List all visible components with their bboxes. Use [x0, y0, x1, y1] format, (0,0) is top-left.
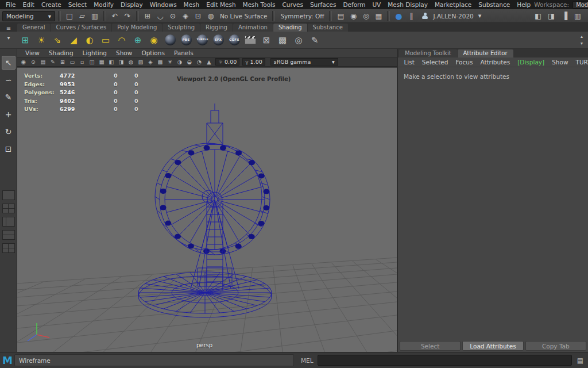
attribute-editor-menu-item[interactable]: [Display]	[514, 59, 548, 66]
ipr-render-icon[interactable]: ◎	[360, 10, 372, 22]
turtle-material-icon[interactable]: TURTLE	[195, 33, 209, 47]
shelf-caret-icon[interactable]: ▾	[4, 33, 13, 41]
viewport-menu-item[interactable]: Shading	[44, 49, 78, 57]
layout-single-pane-button[interactable]	[2, 190, 15, 200]
group-separator[interactable]	[329, 11, 332, 21]
view-transform-dropdown[interactable]: sRGB gamma ▾	[270, 58, 338, 66]
group-separator[interactable]	[387, 11, 390, 21]
attribute-editor-menu-item[interactable]: Show	[548, 59, 572, 66]
menubar-item[interactable]: Windows	[146, 0, 180, 9]
evaluation-mode-icon[interactable]: ●	[393, 10, 404, 22]
viewport-menu-item[interactable]: Show	[111, 49, 137, 57]
render-current-frame-icon[interactable]: ◉	[347, 10, 359, 22]
menubar-item[interactable]: UV	[369, 0, 384, 9]
shelf-tab[interactable]: Rigging	[200, 24, 233, 32]
outliner-toggle-icon[interactable]: ◧	[532, 10, 544, 22]
pause-icon[interactable]: ∥	[405, 10, 417, 22]
grease-pencil-icon[interactable]: ✎	[48, 58, 57, 66]
exposure-field[interactable]: ☼ 0.00	[215, 58, 239, 66]
menubar-item[interactable]: Deform	[339, 0, 369, 9]
render-pass-icon[interactable]: ⊕	[131, 33, 145, 47]
workspace-dropdown[interactable]: Modeling - Standard* ▾	[572, 1, 588, 9]
film-gate-icon[interactable]: ▭	[68, 58, 77, 66]
attribute-editor-menu-item[interactable]: Focus	[452, 59, 477, 66]
viewport-menu-item[interactable]: Panels	[169, 49, 198, 57]
shelf-tab[interactable]: Curves / Surfaces	[51, 24, 111, 32]
surface-shader-icon[interactable]: ◉	[147, 33, 161, 47]
snap-to-projected-center-icon[interactable]: ◈	[180, 10, 191, 22]
anti-aliasing-icon[interactable]: ▲	[204, 58, 214, 66]
layout-four-pane-button[interactable]	[2, 204, 15, 213]
menubar-item[interactable]: Surfaces	[307, 0, 339, 9]
node-editor-icon[interactable]: ⊞	[18, 33, 32, 47]
layout-custom-button[interactable]	[2, 243, 15, 253]
menu-set-dropdown[interactable]: Modeling ▾	[2, 11, 55, 21]
user-account-chip[interactable]: J.ALLEN-2020 ▾	[418, 12, 485, 20]
mel-label[interactable]: MEL	[301, 352, 314, 368]
attribute-editor-menu-item[interactable]: TURTLE	[572, 59, 588, 66]
menubar-item[interactable]: Modify	[90, 0, 117, 9]
cgfx-shader-icon[interactable]: CGFX	[227, 33, 241, 47]
group-separator[interactable]	[103, 11, 106, 21]
menubar-item[interactable]: Substance	[475, 0, 513, 9]
xray-icon[interactable]: ▨	[136, 58, 145, 66]
tab-attribute-editor[interactable]: Attribute Editor	[458, 49, 513, 57]
attribute-editor-menu-item[interactable]: Attributes	[477, 59, 514, 66]
redo-icon[interactable]: ↷	[122, 10, 133, 22]
menubar-item[interactable]: Edit Mesh	[203, 0, 239, 9]
uv-checker-icon[interactable]: ▩	[276, 33, 289, 47]
group-separator[interactable]	[136, 11, 139, 21]
point-light-icon[interactable]: ☀	[34, 33, 48, 47]
grid-toggle-icon[interactable]: ⊞	[58, 58, 67, 66]
menubar-item[interactable]: Mesh Display	[384, 0, 431, 9]
attribute-editor-toggle-icon[interactable]: ▐	[559, 10, 570, 22]
gamma-field[interactable]: γ 1.00	[242, 58, 265, 66]
new-scene-icon[interactable]: □	[64, 10, 75, 22]
render-settings-icon[interactable]: ▦	[373, 10, 384, 22]
render-settings-shelf-icon[interactable]	[243, 33, 257, 47]
menubar-item[interactable]: Edit	[20, 0, 38, 9]
camera-select-icon[interactable]: ◉	[19, 58, 28, 66]
rotate-tool[interactable]: ↻	[2, 125, 16, 139]
attribute-editor-menu-item[interactable]: Selected	[418, 59, 452, 66]
ambient-light-icon[interactable]: ◐	[83, 33, 96, 47]
shelf-tab[interactable]: Sculpting	[163, 24, 200, 32]
isolate-select-icon[interactable]: ◍	[126, 58, 136, 66]
safe-title-icon[interactable]: ◨	[117, 58, 126, 66]
snap-to-grid-icon[interactable]: ⊞	[142, 10, 153, 22]
motion-blur-icon[interactable]: ◔	[195, 58, 204, 66]
viewport-menu-item[interactable]: View	[21, 49, 44, 57]
tab-modeling-toolkit[interactable]: Modeling Toolkit	[399, 49, 457, 57]
gate-mask-icon[interactable]: ◫	[87, 58, 96, 66]
camera-lock-icon[interactable]: ⊙	[29, 58, 38, 66]
menubar-item[interactable]: Mesh Tools	[239, 0, 279, 9]
directional-light-icon[interactable]: ⇘	[51, 33, 64, 47]
menubar-item[interactable]: Create	[38, 0, 65, 9]
layout-persp-graph-button[interactable]	[2, 230, 15, 240]
viewport-canvas[interactable]: Verts: 4772 0 0 Edges: 9953 0 0 Polygons…	[17, 68, 397, 352]
textured-mode-icon[interactable]: ▩	[156, 58, 165, 66]
shelf-tab[interactable]: Poly Modeling	[112, 24, 162, 32]
snap-to-point-icon[interactable]: ⊙	[167, 10, 179, 22]
spot-light-icon[interactable]: ◢	[67, 33, 80, 47]
camera-bookmark-icon[interactable]: ▤	[38, 58, 48, 66]
scale-tool[interactable]: ⊡	[2, 142, 16, 156]
screen-space-ao-icon[interactable]: ◒	[185, 58, 194, 66]
snap-to-view-plane-icon[interactable]: ⊡	[192, 10, 204, 22]
channel-box-toggle-icon[interactable]: ▥	[572, 10, 583, 22]
field-chart-icon[interactable]: ▦	[97, 58, 106, 66]
hypershade-icon[interactable]: ⊠	[260, 33, 273, 47]
shelf-tab[interactable]: General	[17, 24, 50, 32]
menubar-item[interactable]: Curves	[278, 0, 306, 9]
menubar-item[interactable]: Display	[117, 0, 146, 9]
area-light-icon[interactable]: ▭	[99, 33, 113, 47]
undo-icon[interactable]: ↶	[109, 10, 121, 22]
open-scene-icon[interactable]: ▱	[76, 10, 88, 22]
mel-command-input[interactable]	[318, 355, 572, 366]
select-tool[interactable]: ↖	[2, 56, 16, 70]
pbs-material-icon[interactable]: PBS	[179, 33, 193, 47]
ferris-wheel-wireframe[interactable]	[138, 103, 272, 317]
copy-tab-button[interactable]: Copy Tab	[525, 341, 586, 351]
shelf-menu-icon[interactable]: ≡	[4, 24, 13, 32]
attribute-editor-menu-item[interactable]: List	[400, 59, 418, 66]
